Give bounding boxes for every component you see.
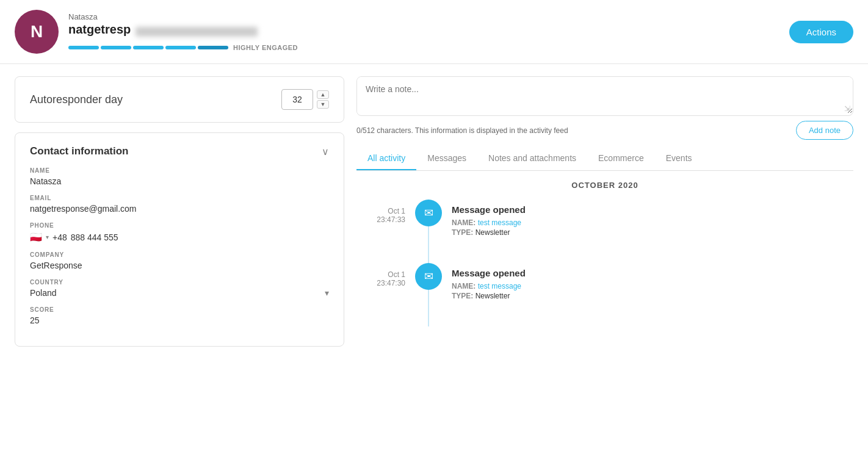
country-row: Poland ▾: [30, 288, 329, 298]
name-label-2: NAME:: [452, 282, 476, 290]
field-score: SCORE 25: [30, 306, 329, 325]
phone-row: 🇵🇱 ▾ +48 888 444 555: [30, 231, 329, 243]
activity-item-2: Oct 1 23:47:30 ✉ Message opened NAME: te…: [356, 263, 853, 326]
tab-all-activity[interactable]: All activity: [356, 147, 416, 170]
bar-2: [101, 46, 131, 49]
activity-date-2: Oct 1: [356, 270, 405, 279]
activity-timeline-1: ✉: [415, 200, 442, 263]
company-label: COMPANY: [30, 251, 329, 258]
activity-timestamp-1: 23:47:33: [356, 215, 405, 224]
note-textarea[interactable]: [357, 77, 853, 114]
contact-title: Contact information: [30, 145, 129, 157]
score-label: SCORE: [30, 306, 329, 313]
engagement-label: HIGHLY ENGAGED: [233, 44, 298, 51]
autoresponder-label: Autoresponder day: [30, 93, 123, 106]
field-country: COUNTRY Poland ▾: [30, 279, 329, 298]
note-bottom-row: 0/512 characters. This information is di…: [356, 121, 853, 140]
engagement-row: HIGHLY ENGAGED: [68, 44, 789, 51]
country-value: Poland: [30, 288, 57, 298]
contact-info-card: Contact information ∨ NAME Natasza EMAIL…: [15, 132, 344, 347]
phone-prefix: +48: [52, 232, 67, 242]
note-char-count: 0/512 characters. This information is di…: [356, 126, 568, 135]
name-value: Natasza: [30, 176, 329, 186]
add-note-button[interactable]: Add note: [796, 121, 853, 140]
tab-messages[interactable]: Messages: [416, 147, 477, 170]
right-panel: ⇲ 0/512 characters. This information is …: [356, 76, 853, 427]
activity-line-2: [428, 290, 429, 326]
phone-number: 888 444 555: [71, 232, 118, 242]
tab-events[interactable]: Events: [655, 147, 703, 170]
name-link-2[interactable]: test message: [478, 282, 521, 290]
field-phone: PHONE 🇵🇱 ▾ +48 888 444 555: [30, 222, 329, 243]
activity-icon-2: ✉: [415, 263, 442, 290]
activity-title-2: Message opened: [452, 268, 853, 278]
header: N Natasza natgetresp HIGHLY ENGAGED Acti…: [0, 0, 868, 64]
activity-item: Oct 1 23:47:33 ✉ Message opened NAME: te…: [356, 200, 853, 263]
month-header: OCTOBER 2020: [356, 181, 853, 190]
type-value-2: Newsletter: [476, 292, 510, 300]
field-email: EMAIL natgetresponse@gmail.com: [30, 195, 329, 214]
tab-ecommerce[interactable]: Ecommerce: [587, 147, 655, 170]
score-value: 25: [30, 315, 329, 325]
phone-dropdown-icon[interactable]: ▾: [46, 234, 49, 240]
activity-date-1: Oct 1: [356, 207, 405, 215]
name-link-1[interactable]: test message: [478, 218, 521, 227]
field-name: NAME Natasza: [30, 167, 329, 186]
bar-1: [68, 46, 99, 49]
name-label: NAME: [30, 167, 329, 174]
activity-title-1: Message opened: [452, 204, 853, 215]
country-label: COUNTRY: [30, 279, 329, 286]
avatar: N: [15, 10, 59, 54]
autoresponder-stepper[interactable]: 32 ▲ ▼: [281, 89, 329, 110]
actions-button[interactable]: Actions: [789, 21, 853, 43]
company-value: GetResponse: [30, 261, 329, 270]
bar-4: [165, 46, 196, 49]
bar-3: [133, 46, 164, 49]
type-value-1: Newsletter: [476, 228, 510, 237]
activity-type-1: TYPE: Newsletter: [452, 228, 853, 237]
activity-type-2: TYPE: Newsletter: [452, 292, 853, 300]
email-label: EMAIL: [30, 195, 329, 201]
engagement-bars: [68, 46, 228, 49]
stepper-up[interactable]: ▲: [317, 90, 329, 99]
activity-timeline-2: ✉: [415, 263, 442, 326]
left-panel: Autoresponder day 32 ▲ ▼ Contact informa…: [15, 76, 344, 427]
activity-name-1: NAME: test message: [452, 218, 853, 227]
activity-timestamp-2: 23:47:30: [356, 279, 405, 287]
activity-content-2: Message opened NAME: test message TYPE: …: [452, 263, 853, 301]
activity-line-1: [428, 226, 429, 263]
name-label-1: NAME:: [452, 218, 476, 227]
autoresponder-card: Autoresponder day 32 ▲ ▼: [15, 76, 344, 123]
tab-notes-attachments[interactable]: Notes and attachments: [477, 147, 587, 170]
field-company: COMPANY GetResponse: [30, 251, 329, 270]
header-name-small: Natasza: [68, 12, 789, 21]
header-info: Natasza natgetresp HIGHLY ENGAGED: [68, 12, 789, 51]
autoresponder-row: Autoresponder day 32 ▲ ▼: [30, 89, 329, 110]
phone-flag: 🇵🇱: [30, 231, 42, 243]
stepper-arrows: ▲ ▼: [317, 90, 329, 109]
resize-handle-icon: ⇲: [844, 104, 850, 113]
activity-icon-1: ✉: [415, 200, 442, 226]
stepper-value[interactable]: 32: [281, 89, 313, 110]
bar-5: [198, 46, 228, 49]
email-blur: [136, 27, 258, 37]
country-dropdown-icon[interactable]: ▾: [325, 288, 329, 298]
contact-header: Contact information ∨: [30, 145, 329, 157]
note-area-container: ⇲: [356, 76, 853, 116]
main-layout: Autoresponder day 32 ▲ ▼ Contact informa…: [0, 64, 868, 439]
activity-time-1: Oct 1 23:47:33: [356, 200, 405, 224]
activity-content-1: Message opened NAME: test message TYPE: …: [452, 200, 853, 238]
header-name-big: natgetresp: [68, 23, 131, 37]
phone-label: PHONE: [30, 222, 329, 229]
activity-time-2: Oct 1 23:47:30: [356, 263, 405, 287]
activity-feed: OCTOBER 2020 Oct 1 23:47:33 ✉ Message op…: [356, 181, 853, 427]
type-label-1: TYPE:: [452, 228, 473, 237]
email-value: natgetresponse@gmail.com: [30, 204, 329, 214]
stepper-down[interactable]: ▼: [317, 100, 329, 109]
tabs-row: All activity Messages Notes and attachme…: [356, 147, 853, 171]
type-label-2: TYPE:: [452, 292, 473, 300]
contact-collapse-icon[interactable]: ∨: [322, 146, 329, 157]
activity-name-2: NAME: test message: [452, 282, 853, 290]
